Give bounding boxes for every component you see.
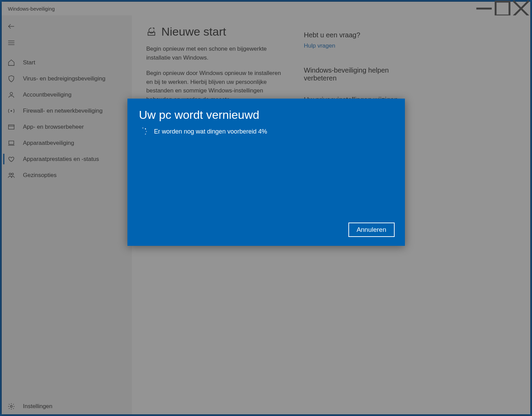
spinner-icon bbox=[139, 128, 147, 135]
app-window: Windows-beveiliging bbox=[2, 2, 530, 414]
modal-message: Er worden nog wat dingen voorbereid 4% bbox=[154, 128, 267, 135]
modal-overlay: Uw pc wordt vernieuwd Er worden nog wat … bbox=[2, 2, 530, 414]
modal-title: Uw pc wordt vernieuwd bbox=[139, 108, 393, 122]
refresh-modal: Uw pc wordt vernieuwd Er worden nog wat … bbox=[127, 99, 405, 246]
cancel-button[interactable]: Annuleren bbox=[348, 223, 395, 237]
